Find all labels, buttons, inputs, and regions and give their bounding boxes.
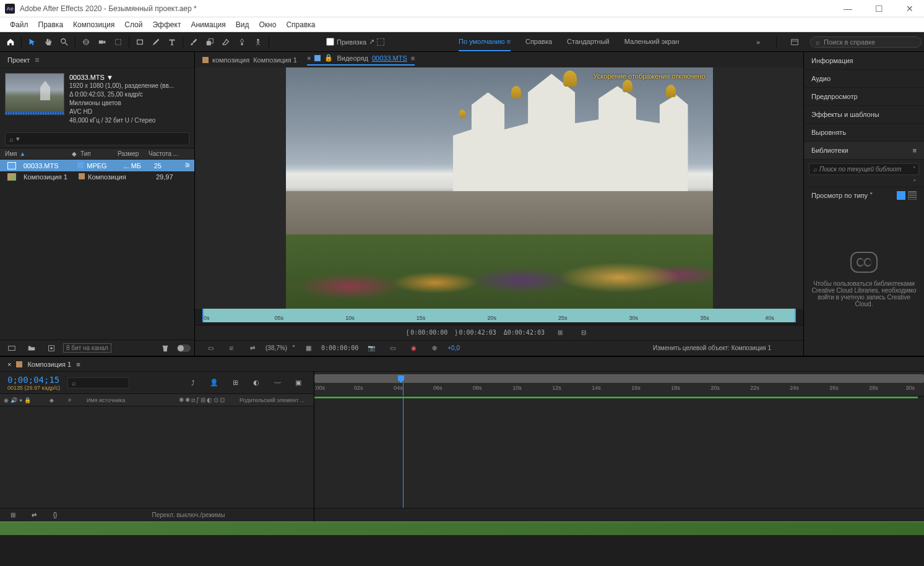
flowchart-icon[interactable]: ⚞	[184, 161, 191, 169]
show-snapshot-icon[interactable]: ▭	[385, 341, 400, 356]
label-icon[interactable]: ◆	[68, 150, 80, 157]
eraser-tool[interactable]	[218, 35, 233, 49]
channels-icon[interactable]: ◉	[406, 341, 421, 356]
panel-align[interactable]: Выровнять	[804, 124, 924, 142]
menu-animation[interactable]: Анимация	[186, 19, 230, 30]
folder-icon[interactable]	[24, 341, 39, 356]
pen-tool[interactable]	[149, 35, 163, 49]
timeline-navigator[interactable]	[314, 374, 924, 383]
snap-toggle[interactable]: Привязка ↗	[326, 38, 384, 46]
menu-composition[interactable]: Композиция	[68, 19, 119, 30]
panel-preview[interactable]: Предпросмотр	[804, 88, 924, 106]
toggle-switch[interactable]	[177, 345, 191, 352]
rect-tool[interactable]	[132, 35, 147, 49]
timeline-track-area[interactable]	[314, 397, 924, 508]
menu-window[interactable]: Окно	[254, 19, 281, 30]
panel-menu-icon[interactable]: ≡	[35, 56, 39, 64]
library-filter[interactable]: Просмотр по типу ˅	[811, 192, 873, 200]
workspace-default[interactable]: По умолчанию ≡	[459, 33, 511, 51]
menu-view[interactable]: Вид	[231, 19, 254, 30]
grid-view-icon[interactable]	[897, 191, 905, 200]
orbit-tool[interactable]	[79, 35, 93, 49]
menu-layer[interactable]: Слой	[119, 19, 147, 30]
magnify-icon[interactable]: ▭	[203, 341, 218, 356]
reset-exposure-icon[interactable]: ⊕	[427, 341, 442, 356]
ripple-insert-icon[interactable]: ⊞	[553, 325, 568, 340]
panel-libraries[interactable]: Библиотеки≡	[804, 142, 924, 160]
speaker-icon[interactable]: 🔊	[11, 397, 17, 403]
menu-file[interactable]: Файл	[5, 19, 33, 30]
project-row-mts[interactable]: 00033.MTS MPEG ... МБ 25 ⚞	[0, 160, 194, 171]
pan-behind-tool[interactable]	[111, 35, 126, 49]
selection-tool[interactable]	[25, 35, 40, 49]
bit-depth[interactable]: 8 бит на канал	[63, 343, 111, 353]
motion-blur-icon[interactable]: ◐	[249, 375, 264, 390]
zoom-tool[interactable]	[57, 35, 72, 49]
workspace-help[interactable]: Справка	[525, 33, 552, 51]
panel-menu-icon[interactable]	[787, 35, 802, 49]
maximize-button[interactable]: ☐	[870, 4, 888, 14]
menu-help[interactable]: Справка	[281, 19, 320, 30]
snapshot-icon[interactable]: 📷	[364, 341, 379, 356]
menu-edit[interactable]: Правка	[33, 19, 69, 30]
toggle-transfer-icon[interactable]: ⇄	[27, 508, 41, 523]
panel-info[interactable]: Информация	[804, 52, 924, 70]
menu-effect[interactable]: Эффект	[147, 19, 186, 30]
camera-tool[interactable]	[95, 35, 110, 49]
comp-mini-flowchart-icon[interactable]: ⤴	[186, 375, 201, 390]
close-tab-icon[interactable]: ×	[7, 361, 11, 368]
panel-audio[interactable]: Аудио	[804, 70, 924, 88]
roto-tool[interactable]	[235, 35, 249, 49]
draft-3d-icon[interactable]: ▣	[291, 375, 306, 390]
timeline-search[interactable]: ⌕	[67, 377, 129, 388]
comp-tab-composition[interactable]: композиция Композиция 1	[202, 56, 297, 64]
link-icon[interactable]: ⇄	[245, 341, 260, 356]
trash-icon[interactable]	[158, 341, 173, 356]
eye-icon[interactable]: ◉	[4, 397, 9, 403]
resolution-icon[interactable]: ⎚	[224, 341, 239, 356]
interpret-icon[interactable]	[4, 341, 19, 356]
playhead[interactable]	[403, 383, 404, 396]
grid-icon[interactable]: ▦	[301, 341, 316, 356]
project-row-comp[interactable]: Композиция 1 Композиция 29,97	[0, 171, 194, 182]
toggle-in-out-icon[interactable]: {}	[48, 508, 63, 523]
minimize-button[interactable]: —	[839, 4, 857, 14]
solo-icon[interactable]: ●	[19, 397, 22, 403]
toggle-modes-button[interactable]: Перекл. выключ./режимы	[68, 512, 309, 518]
timeline-ruler[interactable]: :00s 02s 04s 06s 08s 10s 12s 14s 16s 18s…	[314, 383, 924, 397]
panel-menu-icon[interactable]: ≡	[76, 361, 80, 368]
puppet-tool[interactable]	[251, 35, 266, 49]
project-panel-header[interactable]: Проект≡	[0, 52, 194, 68]
clone-tool[interactable]	[202, 35, 217, 49]
brush-tool[interactable]	[186, 35, 201, 49]
panel-menu-icon[interactable]: ≡	[411, 54, 415, 62]
edit-target[interactable]: Изменить целевой объект: Композиция 1	[653, 345, 771, 351]
current-time[interactable]: 0:00:00:00	[321, 345, 358, 351]
hand-tool[interactable]	[41, 35, 56, 49]
help-search[interactable]: ⌕ Поиск в справке	[810, 36, 922, 48]
panel-effects[interactable]: Эффекты и шаблоны	[804, 106, 924, 124]
workspace-standard[interactable]: Стандартный	[567, 33, 610, 51]
playhead-line[interactable]	[403, 397, 404, 508]
exposure-value[interactable]: +0,0	[447, 345, 460, 351]
mini-timeline[interactable]: 0s 05s 10s 15s 20s 25s 30s 35s 40s	[202, 309, 796, 322]
timeline-tab[interactable]: Композиция 1	[27, 361, 71, 368]
list-view-icon[interactable]	[908, 191, 917, 200]
panel-menu-icon[interactable]: ≡	[913, 147, 917, 154]
project-search[interactable]: ⌕▾	[5, 132, 189, 145]
timeline-timecode[interactable]: 0;00;04;15	[7, 375, 60, 385]
frame-blend-icon[interactable]: ⊞	[228, 375, 243, 390]
timeline-layer-area[interactable]	[0, 406, 314, 508]
workspace-overflow[interactable]: »	[751, 35, 766, 49]
graph-editor-icon[interactable]: 〰	[270, 375, 285, 390]
new-comp-icon[interactable]	[44, 341, 59, 356]
toggle-switches-icon[interactable]: ⊞	[6, 508, 20, 523]
library-search[interactable]: ⌕ Поиск по текущей библиот ˅	[809, 163, 919, 175]
label-col-icon[interactable]: ◆	[50, 397, 68, 403]
home-button[interactable]	[3, 35, 18, 49]
lock-icon[interactable]: 🔒	[24, 397, 31, 403]
close-button[interactable]: ✕	[900, 4, 919, 14]
shy-icon[interactable]: 👤	[207, 375, 222, 390]
overlay-edit-icon[interactable]: ⊟	[576, 325, 591, 340]
text-tool[interactable]	[165, 35, 179, 49]
